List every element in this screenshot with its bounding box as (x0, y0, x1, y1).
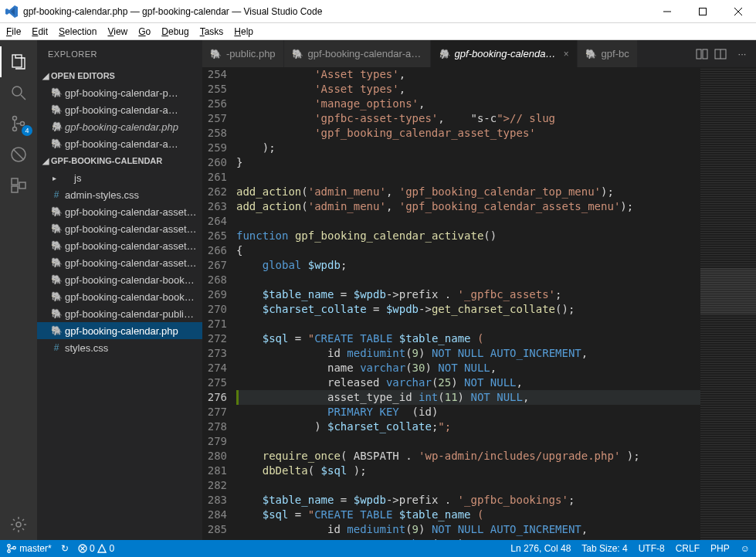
svg-point-21 (8, 550, 11, 553)
file-label: admin-styles.css (65, 189, 139, 201)
status-feedback-icon[interactable]: ☺ (741, 543, 750, 554)
php-file-icon: 🐘 (49, 325, 63, 336)
php-file-icon: 🐘 (49, 121, 63, 132)
activity-explorer-icon[interactable] (0, 46, 37, 77)
minimap-viewport[interactable] (700, 268, 756, 314)
line-gutter: 2542552562572582592602612622632642652662… (202, 67, 236, 540)
editor-tab[interactable]: 🐘-public.php (202, 40, 284, 67)
php-file-icon: 🐘 (49, 240, 63, 251)
activity-scm-icon[interactable]: 4 (0, 108, 37, 139)
activity-settings-icon[interactable] (0, 509, 37, 540)
status-indent[interactable]: Tab Size: 4 (581, 543, 627, 554)
editor-tab[interactable]: 🐘gpf-bc (578, 40, 638, 67)
php-file-icon: 🐘 (439, 49, 450, 59)
menu-debug[interactable]: Debug (161, 26, 188, 37)
svg-point-5 (12, 87, 22, 96)
menu-file[interactable]: File (6, 26, 21, 37)
status-problems[interactable]: 0 0 (78, 543, 114, 554)
file-item[interactable]: 🐘gpf-booking-calendar-book… (37, 288, 202, 305)
file-label: gpf-booking-calendar.php (65, 325, 178, 337)
window-controls (649, 0, 756, 23)
status-language[interactable]: PHP (710, 543, 730, 554)
chevron-down-icon: ◢ (40, 71, 51, 81)
menu-edit[interactable]: Edit (32, 26, 48, 37)
status-eol[interactable]: CRLF (676, 543, 700, 554)
scm-badge: 4 (22, 125, 32, 136)
php-file-icon: 🐘 (49, 257, 63, 268)
open-editor-item[interactable]: 🐘gpf-booking-calendar-a… (37, 101, 202, 118)
section-open-editors[interactable]: ◢ OPEN EDITORS (37, 67, 202, 84)
activity-debug-icon[interactable] (0, 139, 37, 170)
tab-label: -public.php (226, 48, 276, 59)
svg-point-8 (13, 127, 17, 131)
file-item[interactable]: #styles.css (37, 339, 202, 356)
tab-label: gpf-bc (602, 48, 629, 59)
file-item[interactable]: 🐘gpf-booking-calendar-asset… (37, 237, 202, 254)
status-branch[interactable]: master* (6, 543, 52, 554)
split-editor-icon[interactable] (714, 48, 733, 60)
open-editor-item[interactable]: 🐘gpf-booking-calendar-p… (37, 84, 202, 101)
css-file-icon: # (49, 189, 63, 200)
file-item[interactable]: 🐘gpf-booking-calendar.php (37, 322, 202, 339)
status-bar: master* ↻ 0 0 Ln 276, Col 48 Tab Size: 4… (0, 540, 756, 557)
mod-indicator (236, 67, 239, 540)
open-editor-item[interactable]: 🐘gpf-booking-calendar-a… (37, 135, 202, 152)
compare-icon[interactable] (696, 48, 714, 60)
file-item[interactable]: 🐘gpf-booking-calendar-asset… (37, 254, 202, 271)
editor-tab[interactable]: 🐘gpf-booking-calendar.php× (431, 40, 578, 67)
minimap[interactable] (700, 67, 756, 540)
status-lncol[interactable]: Ln 276, Col 48 (510, 543, 571, 554)
minimize-button[interactable] (649, 0, 685, 23)
php-file-icon: 🐘 (49, 138, 63, 149)
file-item[interactable]: 🐘gpf-booking-calendar-asset… (37, 203, 202, 220)
menu-help[interactable]: Help (234, 26, 253, 37)
sidebar-explorer: EXPLORER ◢ OPEN EDITORS 🐘gpf-booking-cal… (37, 40, 202, 540)
code-content[interactable]: 'Asset types', 'Asset types', 'manage_op… (236, 67, 700, 540)
maximize-button[interactable] (685, 0, 720, 23)
activity-extensions-icon[interactable] (0, 170, 37, 201)
menu-tasks[interactable]: Tasks (200, 26, 224, 37)
php-file-icon: 🐘 (49, 308, 63, 319)
file-label: gpf-booking-calendar.php (65, 121, 178, 133)
close-tab-icon[interactable]: × (564, 49, 569, 59)
svg-line-6 (21, 95, 25, 100)
section-label: OPEN EDITORS (51, 71, 115, 80)
css-file-icon: # (49, 342, 63, 353)
menu-go[interactable]: Go (138, 26, 151, 37)
file-item[interactable]: 🐘gpf-booking-calendar-book… (37, 271, 202, 288)
section-label: GPF-BOOKING-CALENDAR (51, 156, 162, 165)
open-editor-item[interactable]: 🐘gpf-booking-calendar.php (37, 118, 202, 135)
window-title: gpf-booking-calendar.php — gpf-booking-c… (23, 6, 649, 17)
tab-actions: ··· (696, 40, 756, 67)
svg-point-22 (13, 546, 16, 549)
svg-rect-4 (12, 55, 22, 67)
activity-search-icon[interactable] (0, 77, 37, 108)
file-label: gpf-booking-calendar-asset… (65, 223, 197, 235)
chevron-right-icon: ▸ (49, 174, 59, 182)
file-label: gpf-booking-calendar-publi… (65, 308, 194, 320)
svg-rect-12 (12, 178, 18, 185)
file-item[interactable]: 🐘gpf-booking-calendar-asset… (37, 220, 202, 237)
svg-point-20 (8, 545, 11, 548)
menu-view[interactable]: View (107, 26, 127, 37)
file-label: gpf-booking-calendar-a… (65, 138, 178, 150)
svg-point-7 (13, 117, 17, 121)
file-label: gpf-booking-calendar-asset… (65, 257, 197, 269)
editor-group: 🐘-public.php🐘gpf-booking-calendar-assets… (202, 40, 756, 540)
sidebar-title: EXPLORER (37, 40, 202, 67)
more-icon[interactable]: ··· (733, 48, 751, 59)
file-item[interactable]: 🐘gpf-booking-calendar-publi… (37, 305, 202, 322)
text-editor[interactable]: 2542552562572582592602612622632642652662… (202, 67, 756, 540)
section-folder[interactable]: ◢ GPF-BOOKING-CALENDAR (37, 152, 202, 169)
editor-tab[interactable]: 🐘gpf-booking-calendar-assets.php (284, 40, 431, 67)
file-label: gpf-booking-calendar-book… (65, 291, 195, 303)
close-button[interactable] (720, 0, 756, 23)
menu-selection[interactable]: Selection (59, 26, 97, 37)
svg-line-11 (13, 149, 24, 160)
php-file-icon: 🐘 (49, 206, 63, 217)
folder-item[interactable]: ▸js (37, 169, 202, 186)
file-label: gpf-booking-calendar-asset… (65, 206, 197, 218)
status-sync[interactable]: ↻ (61, 543, 69, 554)
status-encoding[interactable]: UTF-8 (639, 543, 665, 554)
file-item[interactable]: #admin-styles.css (37, 186, 202, 203)
